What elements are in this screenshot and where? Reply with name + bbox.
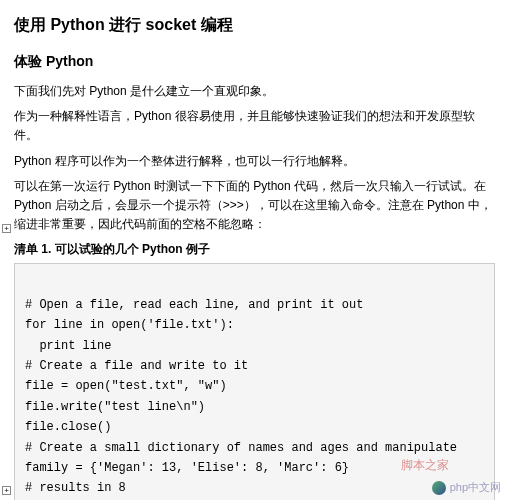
paragraph: 可以在第一次运行 Python 时测试一下下面的 Python 代码，然后一次只… [14, 177, 495, 235]
page-title: 使用 Python 进行 socket 编程 [14, 12, 495, 38]
watermark-site: 脚本之家 [401, 456, 449, 475]
paragraph: 下面我们先对 Python 是什么建立一个直观印象。 [14, 82, 495, 101]
paragraph: Python 程序可以作为一个整体进行解释，也可以一行行地解释。 [14, 152, 495, 171]
section-heading: 体验 Python [14, 50, 495, 72]
watermark-php: php中文网 [432, 479, 501, 497]
expand-icon[interactable]: + [2, 224, 11, 233]
paragraph: 作为一种解释性语言，Python 很容易使用，并且能够快速验证我们的想法和开发原… [14, 107, 495, 145]
listing-title: 清单 1. 可以试验的几个 Python 例子 [14, 240, 495, 259]
expand-icon[interactable]: + [2, 486, 11, 495]
php-logo-icon [432, 481, 446, 495]
watermark-text: php中文网 [450, 479, 501, 497]
